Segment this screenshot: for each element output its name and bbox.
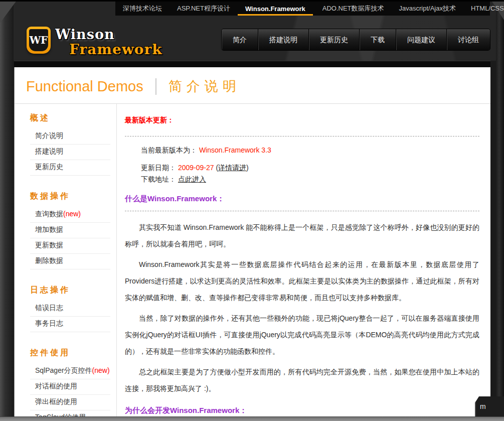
main-content: 最新版本更新： 当前最新版本为： Winson.Framework 3.3 更新… — [117, 104, 490, 416]
update-date-value: 2009-09-27 — [178, 164, 214, 172]
page-title-en: Functional Demos — [26, 78, 143, 95]
sidebar-item[interactable]: 弹出框的使用 — [30, 395, 110, 410]
sidebar-item-label: SqlPager分页控件 — [35, 366, 92, 374]
content-top-strip — [14, 61, 490, 67]
logo-title: Winson — [55, 28, 162, 41]
top-tab-label: Winson.Framework — [245, 5, 305, 13]
sidebar: 概述 简介说明搭建说明更新历史 数据操作 查询数据(new)增加数据更新数据删除… — [15, 104, 117, 416]
sidebar-item-label: 更新数据 — [35, 241, 63, 249]
top-tab-label: 深博技术论坛 — [123, 4, 162, 13]
nav-button[interactable]: 讨论组 — [447, 29, 490, 50]
version-label: 当前最新版本为： — [141, 146, 197, 154]
details-link[interactable]: 详情请进 — [218, 164, 246, 172]
sidebar-section: 概述 简介说明搭建说明更新历史 — [30, 113, 116, 176]
section-heading: 什么是Winson.Framework： — [125, 194, 479, 204]
nav-button[interactable]: 更新历史 — [309, 29, 360, 50]
title-divider — [155, 78, 156, 95]
top-tab[interactable]: HTML/CSS技术 — [463, 2, 504, 16]
sidebar-item[interactable]: 搭建说明 — [30, 145, 110, 160]
paragraph: 总之此框架主要是为了方便做小型开发而用的，所有代码均完全开源免费，当然，如果您在… — [125, 364, 479, 397]
sidebar-list: 查询数据(new)增加数据更新数据删除数据 — [30, 207, 110, 269]
top-tab[interactable]: ADO.NET数据库技术 — [315, 2, 392, 16]
sidebar-section: 控件使用 SqlPager分页控件(new)对话框的使用弹出框的使用TagClo… — [30, 348, 116, 416]
sidebar-item[interactable]: 查询数据(new) — [30, 207, 110, 223]
top-tab-label: HTML/CSS技术 — [471, 4, 504, 13]
paragraph: 其实我不知道 Winson.Framework 能不能称得上是一个框架，只是感觉… — [125, 219, 479, 252]
sidebar-section-title: 控件使用 — [30, 348, 116, 358]
sidebar-item-label: 对话框的使用 — [35, 382, 77, 390]
article-section: 什么是Winson.Framework： 其实我不知道 Winson.Frame… — [125, 194, 479, 397]
section-heading: 为什么会开发Winson.Framework： — [125, 406, 479, 415]
sidebar-list: 简介说明搭建说明更新历史 — [30, 129, 110, 176]
version-value: Winson.Framework 3.3 — [199, 146, 271, 154]
nav-button[interactable]: 下载 — [360, 29, 396, 50]
top-tab[interactable]: Winson.Framework — [238, 2, 313, 16]
article-section: 为什么会开发Winson.Framework： 开发这个框架，是因为我发现如果做… — [125, 406, 479, 416]
page-title-zh: 简介说明 — [169, 77, 241, 95]
version-meta: 当前最新版本为： Winson.Framework 3.3 更新日期： 2009… — [125, 145, 479, 185]
sidebar-item-label: 事务日志 — [35, 319, 63, 327]
nav-button[interactable]: 搭建说明 — [258, 29, 309, 50]
sidebar-item[interactable]: 事务日志 — [30, 317, 110, 332]
page-background: 深博技术论坛 ASP.NET程序设计 Winson.Framework ADO.… — [0, 0, 504, 421]
update-date-line: 更新日期： 2009-09-27 (详情请进) — [141, 162, 479, 174]
content-columns: 概述 简介说明搭建说明更新历史 数据操作 查询数据(new)增加数据更新数据删除… — [15, 104, 490, 416]
site-logo[interactable]: WF Winson Framework — [27, 27, 162, 57]
download-link[interactable]: 点此进入 — [178, 175, 206, 183]
sidebar-item-label: 搭建说明 — [35, 147, 63, 155]
logo-subtitle: Framework — [69, 43, 162, 57]
sidebar-section-title: 日志操作 — [30, 285, 116, 296]
section-paragraphs: 其实我不知道 Winson.Framework 能不能称得上是一个框架，只是感觉… — [125, 219, 479, 397]
nav-button[interactable]: 问题建议 — [396, 29, 447, 50]
sidebar-section: 数据操作 查询数据(new)增加数据更新数据删除数据 — [30, 191, 116, 269]
content-body: Functional Demos 简介说明 概述 简介说明搭建说明更新历史 数据… — [14, 67, 490, 416]
sidebar-item[interactable]: TagCloud的使用 — [30, 410, 110, 416]
sidebar-item[interactable]: 更新历史 — [30, 160, 110, 176]
sidebar-list: 错误日志事务日志 — [30, 301, 110, 332]
frame-left-edge — [0, 0, 14, 417]
article-sections: 什么是Winson.Framework： 其实我不知道 Winson.Frame… — [125, 194, 479, 416]
top-tab-label: Javascript/Ajax技术 — [399, 4, 456, 13]
watermark-text: m — [480, 402, 486, 410]
dashed-divider — [125, 136, 479, 136]
download-label: 下载地址： — [141, 175, 176, 183]
sidebar-item[interactable]: SqlPager分页控件(new) — [30, 364, 110, 379]
top-tab-label: ADO.NET数据库技术 — [322, 4, 384, 13]
dashed-divider — [125, 211, 479, 211]
sidebar-item-label: 错误日志 — [35, 304, 63, 312]
sidebar-item-label: 查询数据 — [35, 210, 63, 218]
frame-top-edge — [0, 0, 504, 2]
paren-close: ) — [246, 164, 249, 172]
frame-bottom-edge — [0, 416, 504, 421]
top-tab[interactable]: ASP.NET程序设计 — [170, 2, 238, 16]
sidebar-item[interactable]: 对话框的使用 — [30, 379, 110, 395]
new-badge: (new) — [92, 366, 110, 374]
download-line: 下载地址： 点此进入 — [141, 174, 479, 185]
logo-badge-text: WF — [29, 29, 48, 51]
top-tab-bar: 深博技术论坛 ASP.NET程序设计 Winson.Framework ADO.… — [115, 2, 490, 16]
sidebar-item-label: 增加数据 — [35, 225, 63, 233]
top-tab[interactable]: Javascript/Ajax技术 — [392, 2, 463, 16]
sidebar-item[interactable]: 删除数据 — [30, 254, 110, 269]
latest-version-heading: 最新版本更新： — [125, 116, 479, 125]
main-nav: 简介搭建说明更新历史下载问题建议讨论组 — [222, 29, 490, 50]
paragraph: 当然，除了对数据的操作外，还有其他一些额外的功能，现已将jQuery整合一起了，… — [125, 310, 479, 360]
sidebar-item[interactable]: 增加数据 — [30, 223, 110, 238]
corner-watermark: m — [475, 396, 504, 416]
logo-text: Winson Framework — [55, 27, 162, 57]
sidebar-item-label: 删除数据 — [35, 256, 63, 264]
sidebar-item-label: TagCloud的使用 — [35, 413, 86, 416]
paragraph: Winson.Framework其实是将一些数据底层操作代码结合起来的运用，在最… — [125, 256, 479, 306]
wf-logo-icon: WF — [27, 27, 51, 54]
top-tab-label: ASP.NET程序设计 — [177, 4, 230, 13]
sidebar-item-label: 更新历史 — [35, 163, 63, 171]
nav-button[interactable]: 简介 — [222, 29, 258, 50]
update-date-label: 更新日期： — [141, 164, 176, 172]
sidebar-item[interactable]: 更新数据 — [30, 238, 110, 254]
sidebar-item[interactable]: 错误日志 — [30, 301, 110, 317]
sidebar-item[interactable]: 简介说明 — [30, 129, 110, 145]
frame-right-edge — [496, 0, 504, 417]
sidebar-list: SqlPager分页控件(new)对话框的使用弹出框的使用TagCloud的使用… — [30, 364, 110, 416]
top-tab[interactable]: 深博技术论坛 — [115, 2, 170, 16]
sidebar-section-title: 数据操作 — [30, 191, 116, 202]
